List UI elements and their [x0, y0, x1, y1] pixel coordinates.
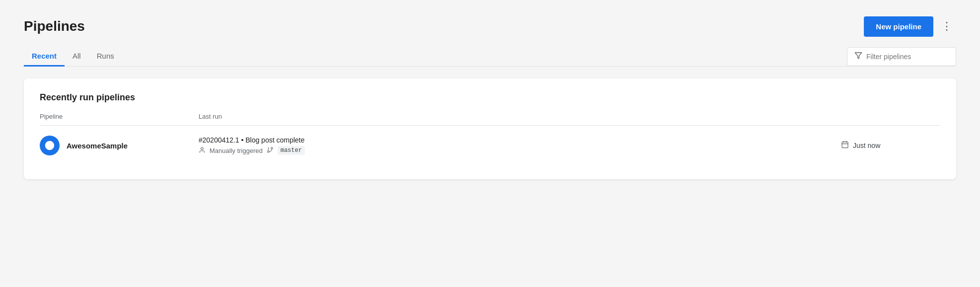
col-header-pipeline: Pipeline — [40, 113, 199, 120]
new-pipeline-button[interactable]: New pipeline — [864, 16, 933, 37]
col-header-last-run: Last run — [199, 113, 841, 120]
table-row[interactable]: AwesomeSample #20200412.1 • Blog post co… — [40, 126, 940, 165]
recently-run-card: Recently run pipelines Pipeline Last run… — [24, 78, 956, 179]
trigger-label: Manually triggered — [210, 147, 263, 154]
card-title: Recently run pipelines — [40, 92, 940, 103]
pipeline-cell: AwesomeSample — [40, 136, 199, 155]
filter-icon — [854, 52, 862, 62]
svg-rect-5 — [842, 142, 848, 148]
header-actions: New pipeline ⋮ — [864, 16, 956, 37]
tab-recent[interactable]: Recent — [24, 47, 65, 67]
run-id: #20200412.1 — [199, 136, 239, 144]
run-time: Just now — [853, 142, 880, 149]
pipeline-name: AwesomeSample — [67, 142, 128, 150]
user-icon — [199, 146, 206, 155]
branch-name: master — [278, 146, 305, 155]
filter-pipelines-wrap — [847, 47, 956, 66]
branch-icon — [267, 146, 274, 155]
time-clock-icon — [841, 141, 849, 150]
filter-pipelines-input[interactable] — [866, 53, 946, 61]
svg-point-1 — [201, 147, 204, 149]
table-header: Pipeline Last run — [40, 113, 940, 126]
run-meta: Manually triggered master — [199, 146, 841, 155]
run-description: Blog post complete — [245, 136, 304, 144]
clock-icon — [44, 140, 55, 151]
time-cell: Just now — [841, 141, 940, 150]
page-title: Pipelines — [24, 18, 85, 34]
tabs-bar: Recent All Runs — [24, 47, 956, 67]
tab-runs[interactable]: Runs — [89, 47, 122, 67]
tab-all[interactable]: All — [65, 47, 89, 67]
svg-point-4 — [268, 150, 270, 152]
more-options-button[interactable]: ⋮ — [937, 16, 956, 37]
tabs-container: Recent All Runs — [24, 47, 122, 66]
pipeline-avatar — [40, 136, 60, 155]
col-header-time — [841, 113, 940, 120]
run-title: #20200412.1 • Blog post complete — [199, 136, 841, 144]
last-run-cell: #20200412.1 • Blog post complete Manuall… — [199, 136, 841, 155]
svg-marker-0 — [855, 53, 861, 59]
